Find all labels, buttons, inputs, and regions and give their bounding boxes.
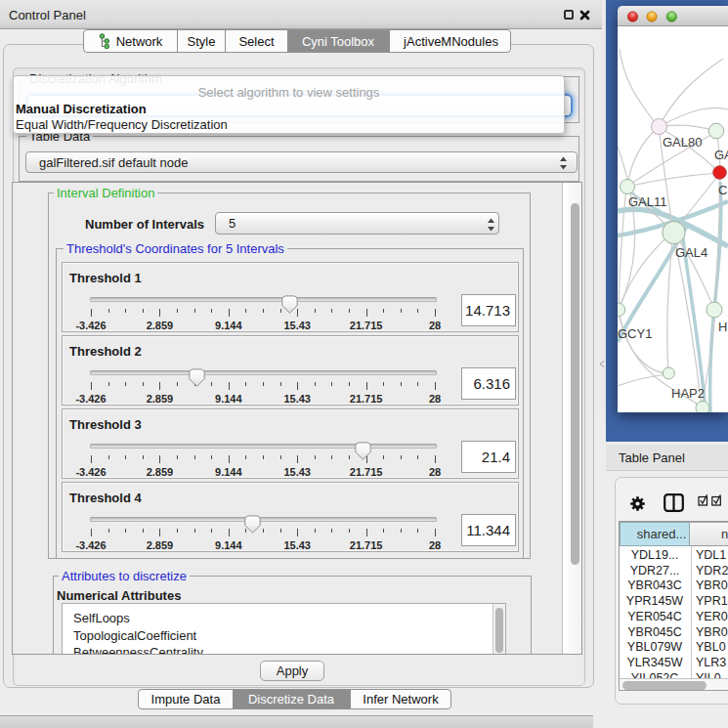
svg-text:HAP2: HAP2: [671, 386, 705, 401]
svg-text:GA: GA: [714, 148, 728, 162]
svg-text:GAL11: GAL11: [628, 194, 667, 209]
svg-text:GCY1: GCY1: [618, 326, 652, 341]
svg-text:GAL80: GAL80: [663, 135, 702, 150]
svg-text:H: H: [718, 320, 727, 334]
svg-text:GAL4: GAL4: [675, 245, 707, 260]
svg-text:C: C: [718, 183, 727, 197]
